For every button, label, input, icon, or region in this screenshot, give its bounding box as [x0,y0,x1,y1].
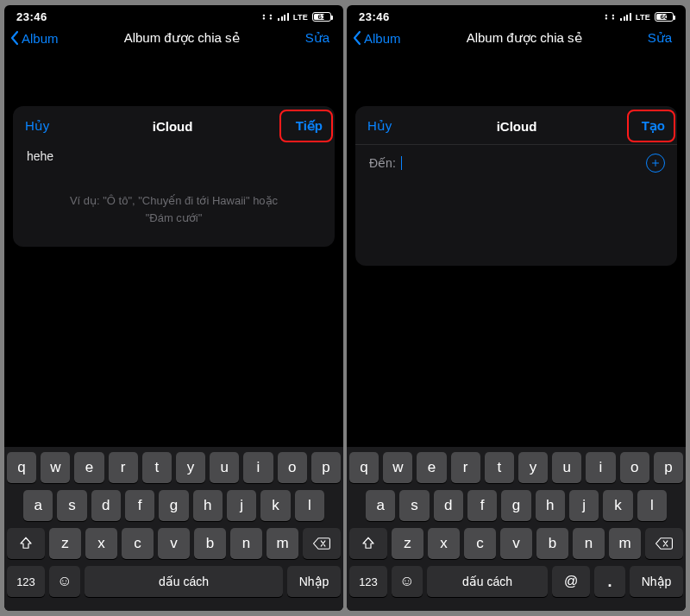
key-h[interactable]: h [193,490,223,521]
enter-key[interactable]: Nhập [287,566,341,597]
key-h[interactable]: h [536,490,565,521]
key-z[interactable]: z [49,528,81,559]
sheet-title: iCloud [153,119,193,134]
key-p[interactable]: p [654,452,683,483]
key-k[interactable]: k [260,490,290,521]
key-k[interactable]: k [603,490,632,521]
sheet-body: hehe Ví dụ: "Ô tô", "Chuyến đi tới Hawai… [13,144,335,247]
icloud-sheet: Hủy iCloud Tiếp hehe Ví dụ: "Ô tô", "Chu… [13,106,335,247]
key-x[interactable]: x [428,528,460,559]
key-a[interactable]: a [23,490,53,521]
key-row-3: z x c v b n m [7,528,341,559]
space-key[interactable]: dấu cách [85,566,283,597]
to-field-row[interactable]: Đến: [355,144,677,181]
key-j[interactable]: j [227,490,256,521]
key-b[interactable]: b [194,528,226,559]
keyboard[interactable]: q w e r t y u i o p a s d f g h j k [4,447,343,611]
key-i[interactable]: i [586,452,615,483]
add-contact-button[interactable] [646,154,665,173]
status-right: ᛬᛬ LTE 61 [260,10,331,23]
key-u[interactable]: u [552,452,581,483]
key-r[interactable]: r [109,452,138,483]
key-t[interactable]: t [485,452,514,483]
key-j[interactable]: j [569,490,599,521]
key-row-1: q w e r t y u i o p [7,452,341,483]
nav-back-button[interactable]: Album [352,30,401,46]
key-u[interactable]: u [210,452,239,483]
key-a[interactable]: a [366,490,395,521]
key-t[interactable]: t [142,452,172,483]
key-g[interactable]: g [159,490,188,521]
key-m[interactable]: m [609,528,641,559]
key-f[interactable]: f [125,490,154,521]
numeric-key[interactable]: 123 [349,566,387,597]
key-g[interactable]: g [501,490,530,521]
key-v[interactable]: v [158,528,190,559]
shift-key[interactable] [7,528,45,559]
nav-back-label: Album [364,31,401,46]
key-w[interactable]: w [383,452,412,483]
key-row-2: a s d f g h j k l [349,490,683,521]
key-p[interactable]: p [311,452,341,483]
key-e[interactable]: e [74,452,104,483]
sheet-header: Hủy iCloud Tạo [355,106,677,144]
key-q[interactable]: q [349,452,379,483]
sheet-header: Hủy iCloud Tiếp [13,106,335,144]
key-c[interactable]: c [122,528,154,559]
key-o[interactable]: o [278,452,307,483]
next-button[interactable]: Tiếp [296,118,323,134]
key-d[interactable]: d [434,490,463,521]
plus-icon [650,158,661,168]
nav-edit-button[interactable]: Sửa [305,30,335,46]
dual-sim-icon: ᛬᛬ [260,10,274,23]
to-label: Đến: [369,156,396,170]
emoji-key[interactable]: ☺ [392,566,423,597]
keyboard[interactable]: q w e r t y u i o p a s d f g h j k [347,447,686,611]
key-s[interactable]: s [399,490,429,521]
shift-key[interactable] [349,528,387,559]
create-button[interactable]: Tạo [642,118,665,134]
status-time: 23:46 [16,10,47,23]
key-q[interactable]: q [7,452,36,483]
key-n[interactable]: n [230,528,262,559]
key-z[interactable]: z [392,528,423,559]
key-n[interactable]: n [573,528,605,559]
nav-edit-button[interactable]: Sửa [648,30,677,46]
status-time: 23:46 [359,10,390,23]
key-b[interactable]: b [536,528,568,559]
enter-key[interactable]: Nhập [630,566,683,597]
backspace-key[interactable] [645,528,683,559]
space-key[interactable]: dấu cách [427,566,548,597]
key-m[interactable]: m [267,528,298,559]
key-e[interactable]: e [417,452,446,483]
nav-back-label: Album [22,31,59,46]
at-key[interactable]: @ [552,566,590,597]
phone-screen-1: 23:46 ᛬᛬ LTE 61 Album Album được chia sẻ… [4,5,343,611]
key-c[interactable]: c [464,528,496,559]
key-s[interactable]: s [57,490,86,521]
cancel-button[interactable]: Hủy [25,118,49,134]
nav-back-button[interactable]: Album [9,30,59,46]
key-o[interactable]: o [620,452,649,483]
key-l[interactable]: l [295,490,324,521]
backspace-key[interactable] [303,528,341,559]
status-right: ᛬᛬ LTE 60 [603,10,674,23]
numeric-key[interactable]: 123 [7,566,45,597]
text-cursor-icon [401,156,403,170]
chevron-left-icon [352,30,362,46]
cancel-button[interactable]: Hủy [367,118,392,134]
key-y[interactable]: y [176,452,205,483]
album-name-input[interactable]: hehe [27,148,321,170]
dot-key[interactable]: . [594,566,625,597]
key-v[interactable]: v [500,528,532,559]
key-l[interactable]: l [637,490,667,521]
key-x[interactable]: x [85,528,117,559]
key-r[interactable]: r [451,452,480,483]
cellular-signal-icon [620,13,631,21]
key-y[interactable]: y [518,452,548,483]
key-i[interactable]: i [243,452,273,483]
key-w[interactable]: w [41,452,70,483]
key-d[interactable]: d [91,490,121,521]
key-f[interactable]: f [467,490,497,521]
emoji-key[interactable]: ☺ [49,566,80,597]
